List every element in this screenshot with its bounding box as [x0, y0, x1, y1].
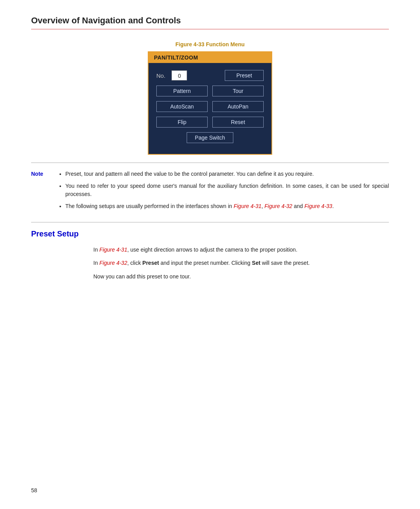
divider-1: [31, 163, 389, 163]
autopan-button[interactable]: AutoPan: [212, 101, 264, 112]
preset-setup-section: Preset Setup In Figure 4-31, use eight d…: [31, 229, 389, 281]
note-item-2: You need to refer to your speed dome use…: [65, 182, 389, 198]
fig31-link[interactable]: Figure 4-31: [234, 203, 262, 209]
menu-row-flip-reset: Flip Reset: [156, 117, 264, 128]
no-label: No.: [156, 72, 165, 79]
page-title: Overview of Navigation and Controls: [31, 16, 389, 26]
preset-setup-body: In Figure 4-31, use eight direction arro…: [93, 245, 389, 281]
no-input[interactable]: 0: [172, 70, 187, 80]
preset-bold-1: Preset: [142, 260, 159, 266]
menu-row-autoscan-autopan: AutoScan AutoPan: [156, 101, 264, 112]
tour-button[interactable]: Tour: [212, 86, 264, 96]
fig33-link[interactable]: Figure 4-33: [304, 203, 332, 209]
figure-container: Figure 4-33 Function Menu PAN/TILT/ZOOM …: [31, 41, 389, 155]
fig31-link-2[interactable]: Figure 4-31: [100, 247, 128, 253]
fig32-link[interactable]: Figure 4-32: [264, 203, 292, 209]
note-label: Note: [31, 170, 51, 214]
figure-caption: Figure 4-33 Function Menu: [175, 41, 245, 47]
page-header: Overview of Navigation and Controls: [31, 16, 389, 30]
divider-2: [31, 222, 389, 222]
preset-para-2: In Figure 4-32, click Preset and input t…: [93, 259, 389, 267]
preset-para-3: Now you can add this preset to one tour.: [93, 272, 389, 281]
page-number: 58: [31, 487, 37, 493]
menu-header: PAN/TILT/ZOOM: [149, 52, 271, 63]
note-list: Preset, tour and pattern all need the va…: [58, 170, 389, 210]
menu-row-pageswitch: Page Switch: [156, 132, 264, 143]
autoscan-button[interactable]: AutoScan: [156, 101, 208, 112]
note-section: Note Preset, tour and pattern all need t…: [31, 170, 389, 214]
page-switch-button[interactable]: Page Switch: [187, 132, 233, 143]
menu-panel: PAN/TILT/ZOOM No. 0 Preset Pattern Tour …: [148, 51, 272, 155]
note-content: Preset, tour and pattern all need the va…: [58, 170, 389, 214]
menu-row-pattern-tour: Pattern Tour: [156, 86, 264, 96]
set-bold: Set: [252, 260, 261, 266]
menu-row-no-preset: No. 0 Preset: [156, 70, 264, 81]
menu-body: No. 0 Preset Pattern Tour AutoScan AutoP…: [149, 63, 271, 147]
flip-button[interactable]: Flip: [156, 117, 208, 128]
preset-para-1: In Figure 4-31, use eight direction arro…: [93, 245, 389, 254]
reset-button[interactable]: Reset: [212, 117, 264, 128]
note-item-1: Preset, tour and pattern all need the va…: [65, 170, 389, 178]
pattern-button[interactable]: Pattern: [156, 86, 208, 96]
preset-setup-title: Preset Setup: [31, 229, 389, 238]
fig32-link-2[interactable]: Figure 4-32: [100, 260, 128, 266]
preset-button[interactable]: Preset: [225, 70, 264, 81]
note-item-3: The following setups are usually perform…: [65, 202, 389, 210]
